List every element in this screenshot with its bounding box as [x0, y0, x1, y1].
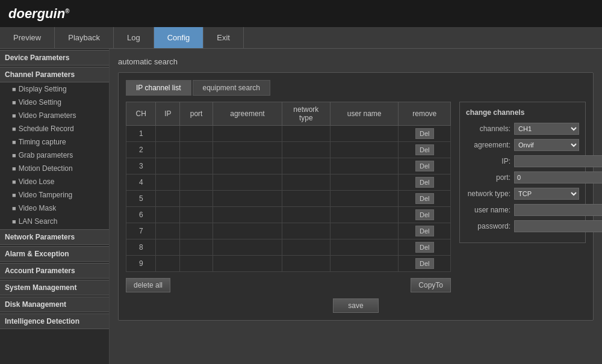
- tabs: IP channel listequipment search: [126, 80, 586, 96]
- save-button[interactable]: save: [333, 298, 378, 313]
- file-icon: ■: [12, 125, 16, 132]
- nav-item-preview[interactable]: Preview: [0, 27, 55, 48]
- table-cell-remove: Del: [399, 191, 451, 207]
- table-cell-port: [180, 191, 213, 207]
- table-cell-ch: 3: [126, 158, 156, 174]
- nav-item-exit[interactable]: Exit: [203, 27, 244, 48]
- sidebar-section-network-parameters[interactable]: Network Parameters: [0, 229, 109, 245]
- nav-item-config[interactable]: Config: [154, 27, 204, 48]
- form-label: port:: [466, 173, 514, 182]
- form-row-ip-: IP:: [466, 155, 579, 167]
- sidebar-section-intelligence-detection[interactable]: Intelligence Detection: [0, 313, 109, 329]
- del-button[interactable]: Del: [415, 177, 434, 188]
- table-cell-ip: [156, 191, 180, 207]
- table-row: 6Del: [126, 207, 451, 223]
- table-row: 1Del: [126, 126, 451, 142]
- nav-item-playback[interactable]: Playback: [55, 27, 114, 48]
- file-icon: ■: [12, 165, 16, 172]
- table-cell-ip: [156, 174, 180, 191]
- table-cell-network-type: [282, 158, 330, 174]
- del-button[interactable]: Del: [415, 209, 434, 220]
- table-left: CHIPportagreementnetwork typeuser namere…: [126, 102, 451, 292]
- sidebar: Device ParametersChannel Parameters■ Dis…: [0, 49, 110, 364]
- table-cell-user-name: [330, 174, 399, 191]
- table-cell-ip: [156, 239, 180, 256]
- sidebar-item-timing-capture[interactable]: ■ Timing capture: [0, 135, 109, 149]
- table-cell-user-name: [330, 126, 399, 142]
- del-button[interactable]: Del: [415, 144, 434, 155]
- file-icon: ■: [12, 191, 16, 199]
- table-header-port: port: [180, 102, 213, 126]
- form-row-network-type-: network type:TCPUDP: [466, 188, 579, 200]
- form-row-agreement-: agreement:OnvifRTSPHIK: [466, 139, 579, 151]
- table-cell-agreement: [213, 207, 282, 223]
- sidebar-section-system-management[interactable]: System Management: [0, 280, 109, 295]
- del-button[interactable]: Del: [415, 242, 434, 253]
- change-channels-panel: change channels channels:CH1CH2CH3CH4agr…: [459, 102, 586, 292]
- sidebar-item-video-tampering[interactable]: ■ Video Tampering: [0, 188, 109, 202]
- table-cell-network-type: [282, 239, 330, 256]
- file-icon: ■: [12, 218, 16, 225]
- form-label: user name:: [466, 206, 514, 214]
- change-channels-form: channels:CH1CH2CH3CH4agreement:OnvifRTSP…: [466, 123, 579, 232]
- delete-all-button[interactable]: delete all: [126, 278, 170, 292]
- form-select-agreement-[interactable]: OnvifRTSPHIK: [514, 139, 579, 151]
- table-cell-port: [180, 223, 213, 239]
- file-icon: ■: [12, 85, 16, 93]
- save-bar: save: [126, 298, 586, 313]
- nav-item-log[interactable]: Log: [114, 27, 154, 48]
- del-button[interactable]: Del: [415, 128, 434, 139]
- form-input-user-name-[interactable]: [514, 204, 602, 216]
- table-cell-ip: [156, 126, 180, 142]
- del-button[interactable]: Del: [415, 193, 434, 204]
- table-cell-ch: 7: [126, 223, 156, 239]
- form-input-port-[interactable]: [514, 171, 602, 184]
- del-button[interactable]: Del: [415, 258, 434, 269]
- table-cell-network-type: [282, 207, 330, 223]
- table-cell-agreement: [213, 239, 282, 256]
- form-select-channels-[interactable]: CH1CH2CH3CH4: [514, 123, 579, 135]
- file-icon: ■: [12, 178, 16, 185]
- copy-to-button[interactable]: CopyTo: [411, 278, 451, 292]
- sidebar-item-motion-detection[interactable]: ■ Motion Detection: [0, 162, 109, 175]
- header: doerguin®: [0, 0, 602, 27]
- table-cell-port: [180, 207, 213, 223]
- sidebar-section-account-parameters[interactable]: Account Parameters: [0, 263, 109, 279]
- sidebar-section-alarm-&-exception[interactable]: Alarm & Exception: [0, 246, 109, 262]
- table-cell-user-name: [330, 256, 399, 272]
- sidebar-item-video-setting[interactable]: ■ Video Setting: [0, 96, 109, 109]
- table-cell-network-type: [282, 142, 330, 158]
- table-row: 9Del: [126, 256, 451, 272]
- sidebar-item-lan-search[interactable]: ■ LAN Search: [0, 215, 109, 228]
- form-input-password-[interactable]: [514, 220, 602, 232]
- sidebar-section-channel-parameters[interactable]: Channel Parameters: [0, 67, 109, 82]
- table-cell-user-name: [330, 142, 399, 158]
- sidebar-section-disk-management[interactable]: Disk Management: [0, 297, 109, 312]
- sidebar-item-video-lose[interactable]: ■ Video Lose: [0, 175, 109, 188]
- table-cell-remove: Del: [399, 142, 451, 158]
- tab-equipment-search[interactable]: equipment search: [193, 80, 270, 96]
- table-cell-remove: Del: [399, 239, 451, 256]
- table-cell-ch: 2: [126, 142, 156, 158]
- table-cell-port: [180, 174, 213, 191]
- sidebar-section-device-parameters[interactable]: Device Parameters: [0, 50, 109, 66]
- form-label: channels:: [466, 125, 514, 133]
- form-row-password-: password:: [466, 220, 579, 232]
- table-cell-network-type: [282, 256, 330, 272]
- sidebar-item-video-mask[interactable]: ■ Video Mask: [0, 202, 109, 215]
- table-cell-remove: Del: [399, 223, 451, 239]
- form-input-ip-[interactable]: [514, 155, 602, 167]
- sidebar-item-schedule-record[interactable]: ■ Schedule Record: [0, 122, 109, 135]
- panel-title: automatic search: [118, 57, 594, 66]
- sidebar-item-video-parameters[interactable]: ■ Video Parameters: [0, 109, 109, 122]
- sidebar-item-grab-parameters[interactable]: ■ Grab parameters: [0, 149, 109, 162]
- table-header-user-name: user name: [330, 102, 399, 126]
- tab-ip-channel-list[interactable]: IP channel list: [126, 80, 191, 96]
- del-button[interactable]: Del: [415, 161, 434, 171]
- file-icon: ■: [12, 152, 16, 159]
- table-cell-port: [180, 256, 213, 272]
- del-button[interactable]: Del: [415, 226, 434, 236]
- table-row: 8Del: [126, 239, 451, 256]
- sidebar-item-display-setting[interactable]: ■ Display Setting: [0, 82, 109, 96]
- form-select-network-type-[interactable]: TCPUDP: [514, 188, 579, 200]
